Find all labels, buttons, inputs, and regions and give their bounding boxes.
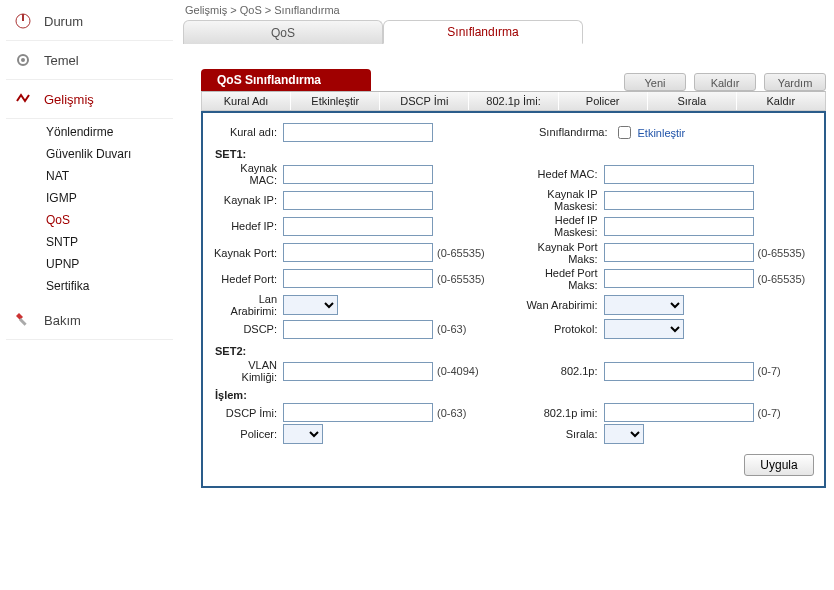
label-proto: Protokol: (514, 323, 604, 335)
sidebar-sub-qos[interactable]: QoS (46, 209, 173, 231)
label-order: Sırala: (514, 428, 604, 440)
src-mac-input[interactable] (283, 165, 433, 184)
label-src-port: Kaynak Port: (213, 247, 283, 259)
dst-ip-input[interactable] (283, 217, 433, 236)
dst-mac-input[interactable] (604, 165, 754, 184)
col-order: Sırala (648, 92, 737, 110)
label-src-ip-mask: Kaynak IP Maskesi: (514, 188, 604, 212)
enable-checkbox-label: Etkinleştir (638, 127, 686, 139)
col-rule: Kural Adı (202, 92, 291, 110)
label-dscp: DSCP: (213, 323, 283, 335)
dscp-hint: (0-63) (437, 323, 466, 335)
col-dscp: DSCP İmi (380, 92, 469, 110)
col-8021p: 802.1p İmi: (469, 92, 558, 110)
sidebar-item-advanced[interactable]: Gelişmiş (6, 80, 173, 119)
src-ip-mask-input[interactable] (604, 191, 754, 210)
p8021-mark-input[interactable] (604, 403, 754, 422)
order-select[interactable] (604, 424, 644, 444)
rule-name-input[interactable] (283, 123, 433, 142)
help-button[interactable]: Yardım (764, 73, 826, 91)
label-vlan: VLAN Kimliği: (213, 359, 283, 383)
proto-select[interactable] (604, 319, 684, 339)
label-policer: Policer: (213, 428, 283, 440)
policer-select[interactable] (283, 424, 323, 444)
label-8021p-mark: 802.1p imi: (514, 407, 604, 419)
label-src-ip: Kaynak IP: (213, 194, 283, 206)
src-port-max-input[interactable] (604, 243, 754, 262)
sidebar-sub-nat[interactable]: NAT (46, 165, 173, 187)
vlan-hint: (0-4094) (437, 365, 479, 377)
sidebar-item-label: Bakım (44, 313, 81, 328)
dst-port-max-input[interactable] (604, 269, 754, 288)
tab-qos[interactable]: QoS (183, 20, 383, 44)
src-port-input[interactable] (283, 243, 433, 262)
tab-classification[interactable]: Sınıflandırma (383, 20, 583, 44)
dscp-mark-input[interactable] (283, 403, 433, 422)
label-src-port-max: Kaynak Port Maks: (514, 241, 604, 265)
gear-icon (12, 49, 34, 71)
sidebar-sub-upnp[interactable]: UPNP (46, 253, 173, 275)
form-box: Kural adı: Sınıflandırma: Etkinleştir SE… (201, 111, 826, 488)
new-button[interactable]: Yeni (624, 73, 686, 91)
main-content: Gelişmiş > QoS > Sınıflandırma QoS Sınıf… (175, 0, 834, 590)
label-lan-if: Lan Arabirimi: (213, 293, 283, 317)
p8021-input[interactable] (604, 362, 754, 381)
sidebar-item-status[interactable]: Durum (6, 6, 173, 41)
lan-if-select[interactable] (283, 295, 338, 315)
vlan-input[interactable] (283, 362, 433, 381)
src-port-hint: (0-65535) (437, 247, 485, 259)
panel-title: QoS Sınıflandırma (201, 69, 371, 91)
sidebar-sub-igmp[interactable]: IGMP (46, 187, 173, 209)
sidebar-sub-cert[interactable]: Sertifika (46, 275, 173, 297)
label-classification: Sınıflandırma: (514, 126, 614, 138)
src-ip-input[interactable] (283, 191, 433, 210)
sidebar-sub-list: Yönlendirme Güvenlik Duvarı NAT IGMP QoS… (6, 119, 173, 301)
label-8021p: 802.1p: (514, 365, 604, 377)
label-dst-mac: Hedef MAC: (514, 168, 604, 180)
dst-port-input[interactable] (283, 269, 433, 288)
sidebar-item-basic[interactable]: Temel (6, 41, 173, 80)
remove-button[interactable]: Kaldır (694, 73, 756, 91)
enable-checkbox-wrap[interactable]: Etkinleştir (614, 123, 686, 142)
sidebar: Durum Temel Gelişmiş Yönlendirme Güvenli… (0, 0, 175, 590)
dscp-input[interactable] (283, 320, 433, 339)
sidebar-sub-sntp[interactable]: SNTP (46, 231, 173, 253)
label-src-mac: Kaynak MAC: (213, 162, 283, 186)
enable-checkbox[interactable] (618, 126, 631, 139)
label-dst-ip-mask: Hedef IP Maskesi: (514, 214, 604, 238)
apply-button[interactable]: Uygula (744, 454, 814, 476)
svg-rect-1 (22, 14, 24, 21)
section-action: İşlem: (215, 389, 814, 401)
breadcrumb: Gelişmiş > QoS > Sınıflandırma (183, 2, 826, 20)
dscp-mark-hint: (0-63) (437, 407, 466, 419)
label-dst-port-max: Hedef Port Maks: (514, 267, 604, 291)
wan-if-select[interactable] (604, 295, 684, 315)
label-dscp-mark: DSCP İmi: (213, 407, 283, 419)
src-port-max-hint: (0-65535) (758, 247, 806, 259)
tools-icon (12, 309, 34, 331)
advanced-icon (12, 88, 34, 110)
sidebar-sub-routing[interactable]: Yönlendirme (46, 121, 173, 143)
dst-ip-mask-input[interactable] (604, 217, 754, 236)
dst-port-hint: (0-65535) (437, 273, 485, 285)
sidebar-sub-firewall[interactable]: Güvenlik Duvarı (46, 143, 173, 165)
status-icon (12, 10, 34, 32)
svg-point-3 (21, 58, 25, 62)
col-enable: Etkinleştir (291, 92, 380, 110)
dst-port-max-hint: (0-65535) (758, 273, 806, 285)
sidebar-item-label: Gelişmiş (44, 92, 94, 107)
page-tabs: QoS Sınıflandırma (183, 20, 826, 44)
svg-rect-4 (19, 318, 27, 326)
label-dst-ip: Hedef IP: (213, 220, 283, 232)
sidebar-item-maintenance[interactable]: Bakım (6, 301, 173, 340)
section-set2: SET2: (215, 345, 814, 357)
sidebar-item-label: Temel (44, 53, 79, 68)
label-rule-name: Kural adı: (213, 126, 283, 138)
col-remove: Kaldır (737, 92, 825, 110)
p8021-hint: (0-7) (758, 365, 781, 377)
section-set1: SET1: (215, 148, 814, 160)
column-header-row: Kural Adı Etkinleştir DSCP İmi 802.1p İm… (201, 91, 826, 111)
label-wan-if: Wan Arabirimi: (514, 299, 604, 311)
p8021-mark-hint: (0-7) (758, 407, 781, 419)
label-dst-port: Hedef Port: (213, 273, 283, 285)
